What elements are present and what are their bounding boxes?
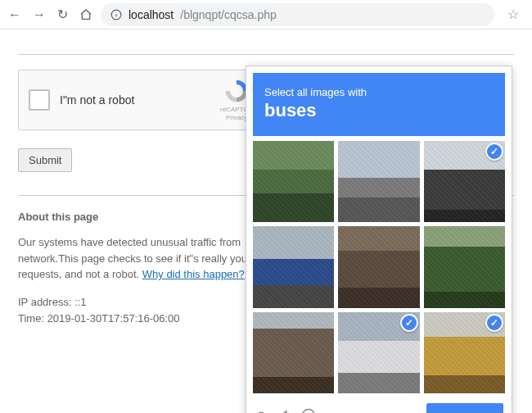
audio-icon[interactable]	[278, 408, 293, 413]
address-bar[interactable]: localhost/blgnqpt/cqcsa.php	[101, 3, 494, 26]
recaptcha-label: I"m not a robot	[60, 93, 220, 107]
recaptcha-privacy-text: Privacy	[226, 114, 247, 122]
tile-3[interactable]: ✓	[424, 141, 505, 222]
ip-value: ::1	[74, 296, 86, 308]
checkmark-icon: ✓	[485, 143, 503, 161]
browser-toolbar: ← → ↻ localhost/blgnqpt/cqcsa.php ☆	[0, 0, 532, 30]
tile-4[interactable]	[253, 226, 334, 307]
checkmark-icon: ✓	[400, 314, 418, 332]
recaptcha-widget: I"m not a robot reCAPTCH Privacy	[18, 70, 264, 130]
tile-5[interactable]	[338, 226, 419, 307]
about-body: Our systems have detected unusual traffi…	[18, 234, 247, 283]
verify-button[interactable]: VERIFY	[426, 403, 503, 413]
captcha-target: buses	[264, 100, 494, 121]
captcha-grid: ✓✓✓	[253, 141, 505, 393]
ip-label: IP address:	[18, 296, 74, 308]
info-icon[interactable]	[301, 408, 316, 413]
captcha-footer: ↻ VERIFY	[253, 402, 505, 413]
tile-9[interactable]: ✓	[424, 312, 505, 393]
time-label: Time:	[18, 312, 47, 324]
back-icon[interactable]: ←	[8, 8, 21, 21]
svg-point-3	[303, 410, 315, 413]
time-value: 2019-01-30T17:57:16-06:00	[47, 312, 180, 324]
captcha-tools: ↻	[258, 408, 316, 413]
reload-icon[interactable]: ↻	[57, 8, 68, 21]
home-icon[interactable]	[79, 8, 92, 21]
url-path: /blgnqpt/cqcsa.php	[180, 8, 277, 21]
bookmark-icon[interactable]: ☆	[503, 7, 524, 22]
submit-button[interactable]: Submit	[18, 148, 72, 172]
why-link[interactable]: Why did this happen?	[142, 268, 245, 280]
site-info-icon[interactable]	[110, 9, 122, 20]
recaptcha-checkbox[interactable]	[29, 89, 50, 111]
tile-8[interactable]: ✓	[338, 312, 419, 393]
nav-controls: ← → ↻	[8, 8, 92, 21]
url-host: localhost	[128, 8, 174, 21]
captcha-challenge: Select all images with buses ✓✓✓ ↻ VERIF…	[246, 66, 512, 413]
captcha-header: Select all images with buses	[253, 73, 505, 136]
tile-7[interactable]	[253, 312, 334, 393]
checkmark-icon: ✓	[485, 314, 503, 332]
forward-icon[interactable]: →	[33, 8, 46, 21]
refresh-icon[interactable]: ↻	[258, 408, 270, 413]
tile-2[interactable]	[338, 141, 419, 222]
tile-6[interactable]	[424, 226, 505, 307]
divider	[18, 54, 514, 55]
tile-1[interactable]	[253, 141, 334, 222]
page-content: I"m not a robot reCAPTCH Privacy Submit …	[0, 30, 532, 344]
captcha-instruction: Select all images with	[264, 86, 367, 98]
